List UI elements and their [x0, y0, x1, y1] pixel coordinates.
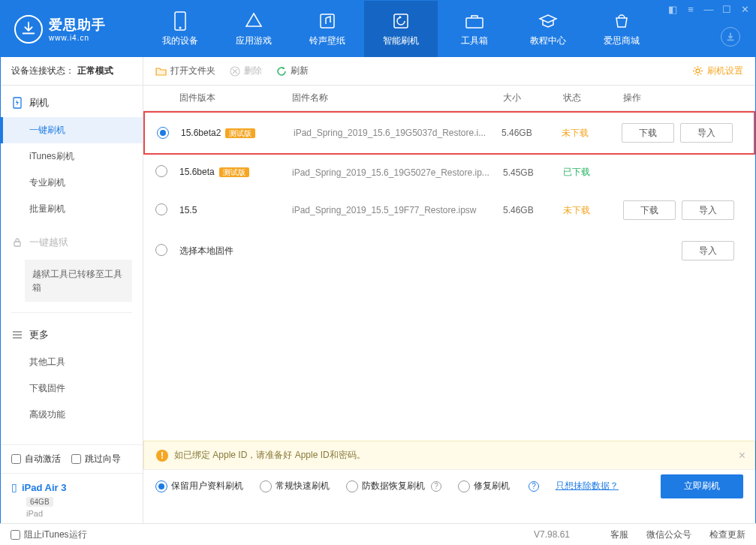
opt-anti-recovery[interactable]: 防数据恢复刷机?: [346, 480, 441, 492]
download-manager-button[interactable]: [721, 27, 740, 47]
refresh-button[interactable]: 刷新: [276, 65, 309, 77]
sidebar-item-oneclick[interactable]: 一键刷机: [1, 117, 143, 143]
flash-icon: [11, 97, 23, 109]
import-local-button[interactable]: 导入: [682, 241, 734, 260]
footer-wechat[interactable]: 微信公众号: [646, 528, 691, 541]
firmware-status: 未下载: [562, 127, 622, 140]
col-status: 状态: [563, 92, 623, 104]
close-icon[interactable]: ✕: [739, 4, 751, 15]
titlebar-controls: ◧ ≡ — ☐ ✕: [667, 4, 751, 15]
menu-lines-icon: [11, 329, 23, 341]
main-content: 打开文件夹 删除 刷新 刷机设置 固件版本 固件名称 大小 状态 操作 15.6…: [143, 57, 755, 524]
tab-smart-flash[interactable]: 智能刷机: [364, 1, 438, 57]
flash-options-bar: 保留用户资料刷机 常规快速刷机 防数据恢复刷机? 修复刷机 ? 只想抹除数据？ …: [143, 469, 755, 502]
nav-tabs: 我的设备 应用游戏 铃声壁纸 智能刷机 工具箱 教程中心 爱思商城: [143, 1, 658, 57]
flash-settings-button[interactable]: 刷机设置: [692, 65, 743, 77]
col-name: 固件名称: [292, 92, 503, 104]
delete-button: 删除: [229, 65, 262, 77]
sidebar-item-download[interactable]: 下载固件: [1, 375, 143, 402]
toolbar: 打开文件夹 删除 刷新 刷机设置: [143, 57, 755, 86]
refresh-icon: [276, 65, 287, 77]
device-capacity: 64GB: [26, 497, 53, 507]
app-url: www.i4.cn: [49, 34, 106, 42]
auto-activate-checkbox[interactable]: 自动激活: [11, 453, 61, 465]
firmware-version: 15.6beta: [179, 167, 215, 177]
firmware-size: 5.46GB: [503, 205, 563, 215]
firmware-row: 15.5 iPad_Spring_2019_15.5_19F77_Restore…: [143, 190, 755, 230]
device-type: iPad: [26, 509, 132, 518]
firmware-version: 15.6beta2: [181, 128, 221, 138]
sidebar-item-batch[interactable]: 批量刷机: [1, 196, 143, 222]
sidebar-item-pro[interactable]: 专业刷机: [1, 170, 143, 196]
table-header: 固件版本 固件名称 大小 状态 操作: [143, 86, 755, 111]
tab-tutorials[interactable]: 教程中心: [511, 1, 585, 57]
device-name: iPad Air 3: [22, 482, 66, 493]
footer-update[interactable]: 检查更新: [709, 528, 745, 541]
device-panel[interactable]: ▯ iPad Air 3 64GB iPad: [1, 473, 143, 524]
firmware-status: 已下载: [563, 166, 623, 179]
beta-tag: 测试版: [219, 167, 249, 177]
beta-tag: 测试版: [225, 128, 255, 138]
sidebar-item-itunes[interactable]: iTunes刷机: [1, 143, 143, 170]
col-action: 操作: [623, 92, 743, 104]
help-icon[interactable]: ?: [529, 481, 539, 492]
app-title: 爱思助手: [49, 16, 106, 34]
tab-my-device[interactable]: 我的设备: [143, 1, 217, 57]
svg-rect-3: [394, 14, 408, 28]
radio-local[interactable]: [155, 244, 167, 256]
tab-ringtones[interactable]: 铃声壁纸: [291, 1, 364, 57]
tab-apps[interactable]: 应用游戏: [217, 1, 291, 57]
footer: 阻止iTunes运行 V7.98.61 客服 微信公众号 检查更新: [0, 523, 756, 545]
notice-close-button[interactable]: ×: [739, 449, 745, 462]
version-label: V7.98.61: [534, 529, 570, 540]
app-header: 爱思助手 www.i4.cn 我的设备 应用游戏 铃声壁纸 智能刷机 工具箱 教…: [1, 1, 755, 57]
opt-repair[interactable]: 修复刷机: [458, 480, 510, 492]
row-action-button[interactable]: 下载: [622, 123, 674, 143]
skip-guide-checkbox[interactable]: 跳过向导: [71, 453, 121, 465]
opt-keep-data[interactable]: 保留用户资料刷机: [155, 480, 243, 492]
opt-normal[interactable]: 常规快速刷机: [260, 480, 330, 492]
firmware-row: 15.6beta测试版 iPad_Spring_2019_15.6_19G502…: [143, 155, 755, 190]
footer-support[interactable]: 客服: [610, 528, 628, 541]
sidebar-item-advanced[interactable]: 高级功能: [1, 402, 143, 428]
row-action-button[interactable]: 导入: [682, 200, 734, 220]
logo-icon: [14, 15, 43, 44]
row-action-button[interactable]: 导入: [680, 123, 733, 143]
open-folder-button[interactable]: 打开文件夹: [155, 65, 215, 77]
firmware-row: 15.6beta2测试版 iPad_Spring_2019_15.6_19G50…: [143, 111, 755, 155]
svg-rect-2: [321, 14, 334, 28]
col-size: 大小: [503, 92, 563, 104]
maximize-icon[interactable]: ☐: [721, 4, 733, 15]
sidebar-jailbreak-title: 一键越狱: [1, 228, 143, 257]
folder-icon: [155, 65, 167, 77]
notice-text: 如已绑定 Apple ID，请准备好 Apple ID和密码。: [174, 449, 366, 462]
tab-store[interactable]: 爱思商城: [585, 1, 658, 57]
local-firmware-row: 选择本地固件 导入: [143, 230, 755, 271]
svg-rect-4: [466, 18, 483, 28]
divider: [11, 312, 132, 313]
firmware-filename: iPad_Spring_2019_15.6_19G5037d_Restore.i…: [294, 128, 501, 138]
sidebar-item-other[interactable]: 其他工具: [1, 349, 143, 375]
firmware-radio[interactable]: [155, 165, 167, 177]
sidebar-flash-title[interactable]: 刷机: [1, 89, 143, 117]
firmware-size: 5.46GB: [501, 128, 562, 138]
firmware-radio[interactable]: [155, 203, 167, 215]
gear-icon: [692, 65, 703, 77]
sidebar-more-title[interactable]: 更多: [1, 321, 143, 349]
minimize-icon[interactable]: —: [703, 4, 715, 15]
firmware-radio[interactable]: [157, 127, 169, 139]
firmware-size: 5.45GB: [503, 167, 563, 178]
flash-now-button[interactable]: 立即刷机: [661, 474, 743, 498]
warning-icon: !: [156, 450, 168, 462]
auto-activate-row: 自动激活 跳过向导: [1, 444, 143, 473]
row-action-button[interactable]: 下载: [623, 200, 676, 220]
erase-only-link[interactable]: 只想抹除数据？: [556, 480, 619, 492]
help-icon[interactable]: ?: [431, 481, 441, 492]
skin-icon[interactable]: ◧: [667, 4, 679, 15]
svg-rect-6: [14, 242, 20, 246]
block-itunes-checkbox[interactable]: 阻止iTunes运行: [11, 528, 87, 541]
notice-bar: ! 如已绑定 Apple ID，请准备好 Apple ID和密码。 ×: [143, 441, 755, 470]
firmware-filename: iPad_Spring_2019_15.5_19F77_Restore.ipsw: [292, 205, 503, 215]
tab-toolbox[interactable]: 工具箱: [438, 1, 511, 57]
menu-icon[interactable]: ≡: [685, 4, 697, 15]
